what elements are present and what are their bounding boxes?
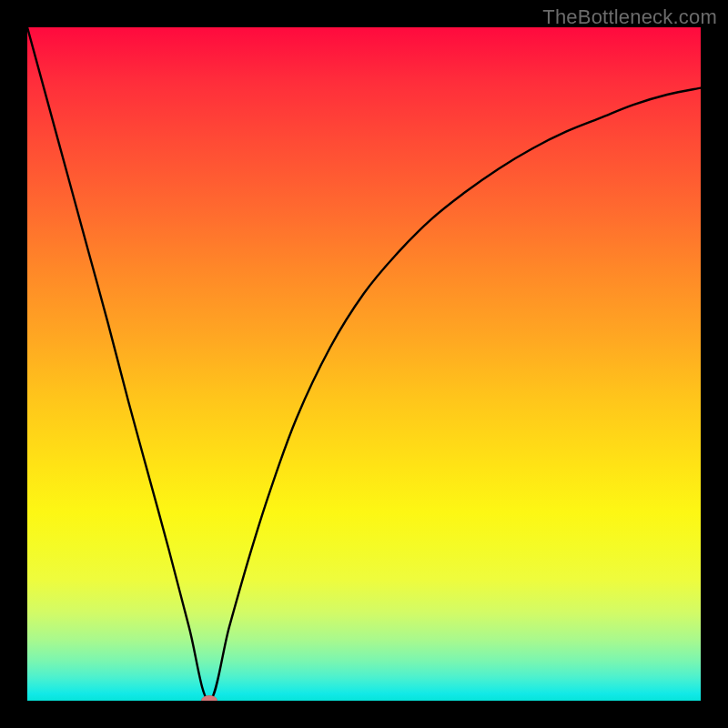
watermark-text: TheBottleneck.com <box>542 5 717 29</box>
bottleneck-curve <box>27 27 701 701</box>
optimal-point-marker <box>201 695 217 701</box>
plot-area <box>27 27 701 701</box>
chart-frame: TheBottleneck.com <box>0 0 728 728</box>
